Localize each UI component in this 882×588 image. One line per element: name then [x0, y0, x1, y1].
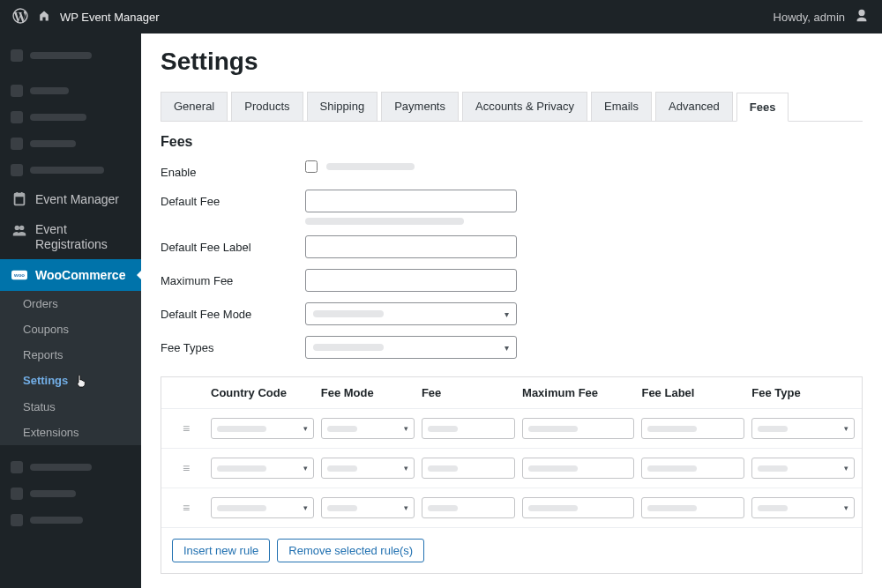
sidebar-item-label: WooCommerce: [35, 268, 125, 282]
rule-fee-label-input[interactable]: [641, 497, 744, 518]
content-area: Settings General Products Shipping Payme…: [141, 33, 882, 588]
chevron-down-icon: ▾: [303, 424, 308, 433]
sidebar-item-woocommerce[interactable]: woo WooCommerce: [0, 259, 141, 291]
tab-general[interactable]: General: [161, 92, 228, 121]
label-fee-types: Fee Types: [161, 336, 305, 354]
sidebar-sub-settings[interactable]: Settings: [11, 368, 141, 394]
rules-table: Country Code Fee Mode Fee Maximum Fee Fe…: [161, 376, 863, 574]
rule-fee-type-select[interactable]: ▾: [751, 497, 855, 518]
rule-fee-mode-select[interactable]: ▾: [321, 497, 415, 518]
rule-fee-mode-select[interactable]: ▾: [321, 458, 415, 479]
rule-fee-label-input[interactable]: [641, 418, 744, 439]
tab-shipping[interactable]: Shipping: [307, 92, 378, 121]
row-default-fee: Default Fee: [161, 190, 863, 225]
tab-products[interactable]: Products: [231, 92, 303, 121]
sidebar-sub-status[interactable]: Status: [11, 394, 141, 420]
home-icon[interactable]: [37, 9, 51, 26]
sidebar-item-placeholder[interactable]: [0, 130, 141, 157]
chevron-down-icon: ▾: [844, 424, 848, 433]
rule-fee-input[interactable]: [422, 458, 515, 479]
row-maximum-fee: Maximum Fee: [161, 269, 863, 292]
drag-handle-icon[interactable]: ≡: [168, 461, 204, 475]
pointer-cursor-icon: [75, 374, 87, 388]
row-enable: Enable: [161, 160, 863, 179]
rule-country-select[interactable]: ▾: [211, 418, 314, 439]
chevron-down-icon: ▾: [303, 464, 308, 473]
drag-handle-icon[interactable]: ≡: [168, 421, 204, 435]
sidebar-sub-extensions[interactable]: Extensions: [11, 420, 141, 445]
svg-text:woo: woo: [13, 272, 25, 278]
site-name[interactable]: WP Event Manager: [60, 11, 159, 24]
rule-fee-mode-select[interactable]: ▾: [321, 418, 415, 439]
rule-fee-input[interactable]: [422, 418, 515, 439]
chevron-down-icon: ▾: [505, 343, 509, 353]
maximum-fee-input[interactable]: [305, 269, 517, 292]
sidebar-item-placeholder[interactable]: [0, 42, 141, 69]
col-maximum-fee: Maximum Fee: [522, 386, 634, 399]
drag-handle-icon[interactable]: ≡: [168, 501, 204, 515]
sidebar-sub-reports[interactable]: Reports: [11, 342, 141, 368]
admin-bar: WP Event Manager Howdy, admin: [0, 0, 882, 33]
chevron-down-icon: ▾: [404, 464, 408, 473]
row-default-fee-label: Default Fee Label: [161, 235, 863, 258]
rules-row: ≡ ▾ ▾ ▾: [161, 408, 862, 448]
rule-country-select[interactable]: ▾: [211, 458, 314, 479]
sidebar-item-placeholder[interactable]: [0, 507, 141, 533]
rule-fee-input[interactable]: [422, 497, 515, 518]
chevron-down-icon: ▾: [505, 309, 509, 319]
sidebar-item-placeholder[interactable]: [0, 157, 141, 183]
wordpress-icon[interactable]: [12, 8, 28, 26]
admin-sidebar: Event Manager Event Registrations woo Wo…: [0, 33, 141, 588]
rule-fee-type-select[interactable]: ▾: [751, 418, 855, 439]
rule-country-select[interactable]: ▾: [211, 497, 314, 518]
user-avatar-icon[interactable]: [854, 8, 870, 26]
admin-bar-left: WP Event Manager: [12, 8, 159, 26]
sidebar-sub-orders[interactable]: Orders: [11, 291, 141, 316]
row-default-fee-mode: Default Fee Mode ▾: [161, 302, 863, 325]
tab-payments[interactable]: Payments: [381, 92, 459, 121]
users-icon: [11, 222, 28, 240]
rules-actions: Insert new rule Remove selected rule(s): [161, 527, 862, 573]
enable-checkbox[interactable]: [305, 160, 318, 173]
sidebar-item-placeholder[interactable]: [0, 78, 141, 104]
col-fee-label: Fee Label: [641, 386, 744, 399]
rules-row: ≡ ▾ ▾ ▾: [161, 448, 862, 488]
sidebar-item-placeholder[interactable]: [0, 480, 141, 507]
rule-fee-type-select[interactable]: ▾: [751, 458, 855, 479]
label-enable: Enable: [161, 160, 305, 179]
rule-fee-label-input[interactable]: [641, 458, 744, 479]
label-maximum-fee: Maximum Fee: [161, 269, 305, 287]
howdy-text[interactable]: Howdy, admin: [774, 11, 845, 24]
default-fee-input[interactable]: [305, 190, 517, 212]
rules-row: ≡ ▾ ▾ ▾: [161, 488, 862, 527]
sidebar-item-event-registrations[interactable]: Event Registrations: [0, 215, 141, 259]
sidebar-sub-coupons[interactable]: Coupons: [11, 316, 141, 342]
sidebar-item-placeholder[interactable]: [0, 454, 141, 480]
tab-accounts-privacy[interactable]: Accounts & Privacy: [462, 92, 587, 121]
rule-max-fee-input[interactable]: [522, 458, 634, 479]
default-fee-mode-select[interactable]: ▾: [305, 302, 517, 325]
col-country-code: Country Code: [211, 386, 314, 399]
default-fee-help-placeholder: [305, 218, 464, 225]
label-default-fee-mode: Default Fee Mode: [161, 302, 305, 321]
rule-max-fee-input[interactable]: [522, 497, 634, 518]
remove-rule-button[interactable]: Remove selected rule(s): [277, 539, 424, 562]
settings-tabs: General Products Shipping Payments Accou…: [161, 92, 863, 122]
chevron-down-icon: ▾: [844, 464, 848, 473]
sidebar-item-placeholder[interactable]: [0, 104, 141, 130]
sidebar-item-event-manager[interactable]: Event Manager: [0, 183, 141, 215]
label-default-fee: Default Fee: [161, 190, 305, 208]
tab-fees[interactable]: Fees: [736, 93, 789, 122]
insert-rule-button[interactable]: Insert new rule: [172, 539, 270, 562]
label-default-fee-label: Default Fee Label: [161, 235, 305, 254]
fee-types-select[interactable]: ▾: [305, 336, 517, 359]
chevron-down-icon: ▾: [404, 424, 408, 433]
tab-advanced[interactable]: Advanced: [655, 92, 733, 121]
chevron-down-icon: ▾: [303, 503, 308, 512]
sidebar-item-label: Event Manager: [35, 192, 119, 206]
default-fee-label-input[interactable]: [305, 235, 517, 258]
rule-max-fee-input[interactable]: [522, 418, 634, 439]
tab-emails[interactable]: Emails: [591, 92, 652, 121]
enable-description-placeholder: [326, 163, 415, 170]
woocommerce-submenu: Orders Coupons Reports Settings Status E…: [0, 291, 141, 445]
